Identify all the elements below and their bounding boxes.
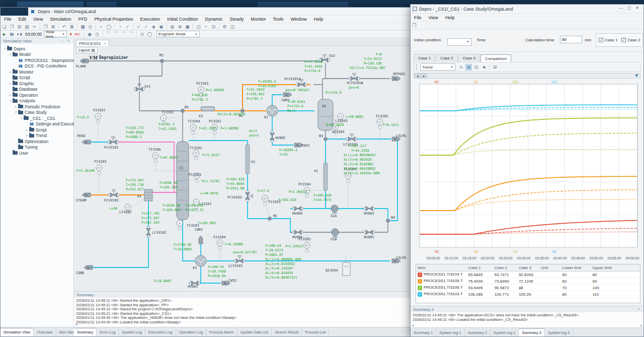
hscroll-left-arrow[interactable]: ◂ bbox=[75, 322, 77, 326]
tree-chevron[interactable]: ▿ bbox=[8, 99, 13, 103]
column-header[interactable]: Lower limit bbox=[560, 264, 591, 272]
toolbar-icon-24[interactable]: ⊡ bbox=[210, 23, 217, 30]
tab-simulation-view[interactable]: Simulation View bbox=[1, 328, 34, 336]
curve-pen-icon[interactable]: ∿ bbox=[458, 64, 464, 71]
tree-item-optimization[interactable]: Optimization bbox=[3, 139, 73, 145]
menu-file[interactable]: File bbox=[411, 14, 425, 21]
trend-chart[interactable]: 80901001105060708003:05:0003:10:0003:15:… bbox=[416, 80, 641, 266]
toolbar-icon-19[interactable]: ◍ bbox=[169, 23, 176, 30]
tree-item-depro[interactable]: ▿Depro bbox=[3, 46, 73, 52]
step-button[interactable]: ►▮ bbox=[16, 31, 23, 37]
close-icon[interactable]: ✕ bbox=[67, 39, 71, 42]
tree-item-periodic-prediction[interactable]: ▹Periodic Prediction bbox=[3, 104, 73, 110]
menu-view[interactable]: View bbox=[425, 14, 442, 21]
tree-chevron[interactable]: ▿ bbox=[14, 110, 18, 114]
result-table[interactable]: ItemCase 1Case 2Case 3UnitLower limitUpp… bbox=[416, 264, 640, 298]
tab-execution-log[interactable]: Execution Log bbox=[145, 328, 176, 336]
layout-button[interactable]: Layout ▦ bbox=[76, 47, 98, 53]
menu-view[interactable]: View bbox=[30, 16, 46, 23]
export-icon[interactable]: ❐ bbox=[411, 22, 418, 29]
case-titlebar[interactable]: Depro - _CS1/_CS1 - Case Study/OmegaLand… bbox=[411, 5, 643, 14]
summary3-log-lines[interactable]: 2026/01/11 14:45:21 <W> The application<… bbox=[411, 312, 643, 323]
menu-file[interactable]: File bbox=[1, 16, 15, 23]
toolbar-icon-23[interactable]: ⌕ bbox=[203, 23, 209, 30]
menu-monitor[interactable]: Monitor bbox=[248, 16, 270, 23]
toolbar-icon-20[interactable]: ⊕ bbox=[177, 23, 183, 30]
nav-right-button[interactable]: ► bbox=[421, 74, 427, 78]
column-header[interactable]: Case 1 bbox=[466, 264, 493, 272]
menu-initial-condition[interactable]: Initial Condition bbox=[164, 16, 202, 23]
menu-execution[interactable]: Execution bbox=[136, 16, 164, 23]
tree-item-analysis[interactable]: ▿Analysis bbox=[3, 98, 73, 104]
tab-summary-2[interactable]: Summary 2 bbox=[465, 329, 491, 336]
toolbar-icon-22[interactable]: ◫ bbox=[195, 23, 202, 30]
record-icon[interactable]: ● bbox=[67, 31, 74, 37]
menu-pfd[interactable]: PFD bbox=[74, 16, 91, 23]
pfd-diagram[interactable]: VMDepropinizerFTFTTTEPTTTPTTTPTLTLTLTQTF… bbox=[74, 46, 412, 291]
toolbar-icon-17[interactable]: ◈ bbox=[150, 23, 157, 30]
tree-item-model[interactable]: ▿Model bbox=[3, 52, 73, 58]
toolbar-icon-10[interactable]: ◷ bbox=[87, 23, 94, 30]
tree-item-settings-and-execute[interactable]: ▮▮Settings and Execute bbox=[3, 121, 73, 127]
tab-summary-1[interactable]: Summary 1 bbox=[411, 329, 436, 336]
tree-chevron[interactable]: ▹ bbox=[14, 105, 18, 109]
tree-chevron[interactable]: ▿ bbox=[19, 116, 24, 120]
toolbar-icon-6[interactable]: ⊞ bbox=[50, 23, 56, 30]
tree-chevron[interactable]: ▿ bbox=[8, 52, 13, 56]
minimize-button[interactable]: — bbox=[617, 6, 625, 10]
clock-icon[interactable]: ◷ bbox=[94, 31, 101, 37]
toolbar-icon-3[interactable]: ▤ bbox=[24, 23, 30, 30]
series-checkbox[interactable]: ✓ bbox=[418, 292, 422, 297]
tree-item-process1-depropinizer[interactable]: ▮▮PROCESS1 : Depropinizer bbox=[3, 57, 73, 63]
menu-help[interactable]: Help bbox=[310, 16, 327, 23]
cursor-icon[interactable]: ◄ bbox=[480, 64, 487, 71]
case1-checkbox[interactable]: ✓ Case 1 bbox=[599, 38, 617, 42]
menu-tools[interactable]: Tools bbox=[270, 16, 287, 23]
trend-tool-icon[interactable]: ⌒ bbox=[113, 31, 119, 37]
tab-operation-log[interactable]: Operation Log bbox=[176, 328, 207, 336]
tab-system-log-1[interactable]: System log 1 bbox=[436, 329, 464, 336]
tree-item-user[interactable]: User bbox=[3, 150, 73, 156]
menu-window[interactable]: Window bbox=[287, 16, 310, 23]
bar-chart-icon[interactable]: ▥ bbox=[473, 64, 479, 71]
tree-item-database[interactable]: Database bbox=[3, 87, 73, 93]
tab-case-2[interactable]: Case 2 bbox=[436, 54, 457, 62]
close-icon[interactable]: × bbox=[104, 41, 107, 46]
trend-chart-icon[interactable]: ▤ bbox=[465, 64, 472, 71]
trend-combo[interactable]: Trend ▼ bbox=[420, 63, 455, 71]
column-header[interactable]: Unit bbox=[539, 264, 560, 272]
toolbar-icon-5[interactable]: ❐ bbox=[42, 23, 49, 30]
menu-steady[interactable]: Steady bbox=[226, 16, 248, 23]
tree-chevron[interactable]: ▹ bbox=[25, 128, 29, 132]
pause-button[interactable]: ▮▮ bbox=[9, 31, 15, 37]
initial-condition-combo[interactable]: ▼ bbox=[447, 38, 471, 46]
table-row[interactable]: ✓PROCESS1.TI3103.T106.285105.771105.2680… bbox=[416, 291, 640, 298]
range-navigator[interactable]: ◄ ► ▼ bbox=[414, 73, 640, 79]
series-checkbox[interactable]: ✓ bbox=[418, 273, 422, 277]
menu-help[interactable]: Help bbox=[442, 14, 458, 21]
tree-chevron[interactable]: ▹ bbox=[8, 82, 13, 86]
tab-error-log[interactable]: Error Log bbox=[97, 328, 119, 336]
maximize-button[interactable]: ▢ bbox=[625, 6, 633, 10]
nav-left-button[interactable]: ◄ bbox=[415, 74, 421, 78]
table-row[interactable]: ✓PROCESS1.TI3106.T93.949590.98728870100 bbox=[416, 285, 640, 291]
summary-log-lines[interactable]: 2026/01/11 14:45:11 <M> Started the appl… bbox=[74, 298, 412, 326]
tree-item-monitor[interactable]: ▹Monitor bbox=[3, 69, 73, 75]
tab-system-log-2[interactable]: System log 2 bbox=[491, 329, 519, 336]
close-button[interactable]: ✕ bbox=[633, 6, 641, 10]
tree-item-dcs-pid-controllers[interactable]: ▮▮DCS : PID Controllers bbox=[3, 63, 73, 70]
tree-item-graphic[interactable]: ▹Graphic bbox=[3, 81, 73, 87]
tree-item-script[interactable]: Script bbox=[3, 75, 73, 81]
toolbar-icon-12[interactable]: ◯ bbox=[106, 23, 112, 30]
tab-process-alarm[interactable]: Process Alarm bbox=[206, 328, 237, 336]
pfd-canvas[interactable]: VMDepropinizerFTFTTTEPTTTPTTTPTLTLTLTQTF… bbox=[74, 46, 412, 291]
tree-chevron[interactable]: ▹ bbox=[8, 70, 13, 74]
toolbar-icon-11[interactable]: ⌕ bbox=[98, 23, 105, 30]
tree-chevron[interactable]: ▹ bbox=[8, 93, 13, 97]
tab-case-1[interactable]: Case 1 bbox=[414, 54, 435, 62]
pin-icon[interactable]: ▫ bbox=[63, 39, 65, 42]
menu-dynamic[interactable]: Dynamic bbox=[202, 16, 226, 23]
toolbar-icon-13[interactable]: ◔ bbox=[117, 23, 123, 30]
tree-chevron[interactable]: ▿ bbox=[3, 47, 7, 51]
tree-item--cs1-cs1[interactable]: ▿_CS1 : _CS1 bbox=[3, 115, 73, 121]
